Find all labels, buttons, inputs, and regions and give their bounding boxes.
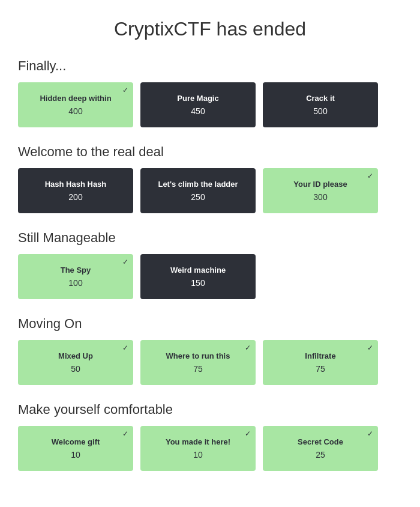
card-name: Secret Code xyxy=(292,437,349,448)
section-welcome-real-deal: Welcome to the real dealHash Hash Hash20… xyxy=(18,144,402,213)
section-make-comfortable: Make yourself comfortable✓Welcome gift10… xyxy=(18,402,402,471)
cards-row-moving-on: ✓Mixed Up50✓Where to run this75✓Infiltra… xyxy=(18,340,402,385)
section-title-welcome-real-deal: Welcome to the real deal xyxy=(18,144,402,160)
card-your-id-please[interactable]: ✓Your ID please300 xyxy=(263,168,378,213)
card-name: Weird machine xyxy=(164,266,232,276)
card-points: 300 xyxy=(313,192,327,202)
cards-row-welcome-real-deal: Hash Hash Hash200Let's climb the ladder2… xyxy=(18,168,402,213)
section-title-still-manageable: Still Manageable xyxy=(18,230,402,246)
checkmark-icon: ✓ xyxy=(245,344,251,352)
card-points: 25 xyxy=(316,450,325,460)
card-name: Mixed Up xyxy=(52,351,99,362)
checkmark-icon: ✓ xyxy=(367,430,373,438)
card-name: Your ID please xyxy=(287,180,353,190)
page-title: CryptixCTF has ended xyxy=(18,18,402,40)
checkmark-icon: ✓ xyxy=(122,344,128,352)
cards-row-make-comfortable: ✓Welcome gift10✓You made it here!10✓Secr… xyxy=(18,426,402,471)
card-secret-code[interactable]: ✓Secret Code25 xyxy=(263,426,378,471)
card-where-to-run[interactable]: ✓Where to run this75 xyxy=(140,340,256,385)
card-points: 450 xyxy=(191,106,205,116)
card-points: 250 xyxy=(191,192,205,202)
card-welcome-gift[interactable]: ✓Welcome gift10 xyxy=(18,426,133,471)
card-name: You made it here! xyxy=(160,437,236,448)
card-name: Crack it xyxy=(300,94,341,104)
card-points: 10 xyxy=(71,450,80,460)
section-title-make-comfortable: Make yourself comfortable xyxy=(18,402,402,417)
checkmark-icon: ✓ xyxy=(122,86,128,94)
card-lets-climb-ladder[interactable]: Let's climb the ladder250 xyxy=(140,168,256,213)
cards-row-still-manageable: ✓The Spy100Weird machine150 xyxy=(18,254,402,299)
card-points: 100 xyxy=(68,278,82,288)
section-finally: Finally...✓Hidden deep within400Pure Mag… xyxy=(18,58,402,127)
card-the-spy[interactable]: ✓The Spy100 xyxy=(18,254,133,299)
card-you-made-it[interactable]: ✓You made it here!10 xyxy=(140,426,256,471)
card-hash-hash-hash[interactable]: Hash Hash Hash200 xyxy=(18,168,133,213)
checkmark-icon: ✓ xyxy=(367,172,373,180)
card-name: The Spy xyxy=(55,266,97,276)
card-crack-it[interactable]: Crack it500 xyxy=(263,82,378,127)
card-points: 200 xyxy=(68,192,82,202)
checkmark-icon: ✓ xyxy=(122,430,128,438)
card-name: Where to run this xyxy=(160,351,236,362)
card-infiltrate[interactable]: ✓Infiltrate75 xyxy=(263,340,378,385)
card-points: 10 xyxy=(193,450,203,460)
card-pure-magic[interactable]: Pure Magic450 xyxy=(140,82,256,127)
card-name: Hash Hash Hash xyxy=(39,180,113,190)
cards-row-finally: ✓Hidden deep within400Pure Magic450Crack… xyxy=(18,82,402,127)
card-points: 500 xyxy=(313,106,327,116)
card-name: Welcome gift xyxy=(46,437,106,448)
checkmark-icon: ✓ xyxy=(367,344,373,352)
section-title-moving-on: Moving On xyxy=(18,316,402,332)
card-name: Pure Magic xyxy=(171,94,224,104)
card-name: Hidden deep within xyxy=(34,94,117,104)
checkmark-icon: ✓ xyxy=(122,258,128,266)
section-moving-on: Moving On✓Mixed Up50✓Where to run this75… xyxy=(18,316,402,385)
section-still-manageable: Still Manageable✓The Spy100Weird machine… xyxy=(18,230,402,299)
card-mixed-up[interactable]: ✓Mixed Up50 xyxy=(18,340,133,385)
card-name: Let's climb the ladder xyxy=(152,180,244,190)
card-weird-machine[interactable]: Weird machine150 xyxy=(140,254,256,299)
section-title-finally: Finally... xyxy=(18,58,402,74)
card-points: 400 xyxy=(68,106,82,116)
checkmark-icon: ✓ xyxy=(245,430,251,438)
card-points: 50 xyxy=(71,364,80,374)
card-points: 75 xyxy=(193,364,203,374)
card-hidden-deep-within[interactable]: ✓Hidden deep within400 xyxy=(18,82,133,127)
card-points: 150 xyxy=(191,278,205,288)
card-points: 75 xyxy=(316,364,325,374)
card-name: Infiltrate xyxy=(299,351,341,362)
